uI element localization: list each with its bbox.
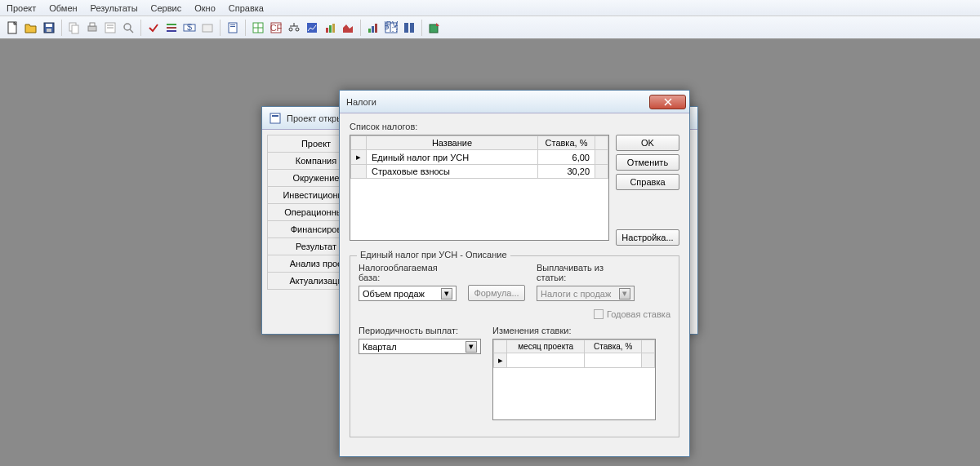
taxes-dialog-title: Налоги [346, 97, 649, 107]
close-icon [664, 98, 672, 106]
settings-button[interactable]: Настройка... [616, 229, 679, 246]
cf-icon[interactable]: CF [268, 20, 284, 36]
cell-name[interactable]: Страховые взносы [367, 165, 538, 179]
annual-rate-label: Годовая ставка [607, 309, 670, 319]
annual-rate-checkbox: Годовая ставка [594, 309, 670, 319]
balance-icon[interactable] [286, 20, 302, 36]
tax-list-label: Список налогов: [350, 122, 679, 131]
new-file-icon[interactable] [5, 20, 21, 36]
save-icon[interactable] [41, 20, 57, 36]
cell-rate[interactable]: 6,00 [538, 150, 595, 165]
tax-row[interactable]: ▸ Единый налог при УСН 6,00 [351, 150, 608, 165]
base-value: Объем продаж [363, 289, 425, 299]
taxes-dialog-titlebar[interactable]: Налоги [340, 91, 689, 113]
col-rate2[interactable]: Ставка, % [585, 340, 642, 353]
svg-rect-44 [270, 113, 280, 123]
tax-row[interactable]: Страховые взносы 30,20 [351, 165, 608, 179]
svg-rect-31 [307, 23, 317, 33]
export-icon[interactable] [426, 20, 443, 36]
row-marker-icon: ▸ [351, 150, 367, 165]
svg-rect-10 [107, 27, 114, 29]
data-icon[interactable] [401, 20, 417, 36]
list-icon[interactable] [163, 20, 180, 36]
svg-rect-3 [47, 29, 51, 32]
find-icon[interactable] [120, 20, 136, 36]
svg-point-29 [289, 28, 292, 31]
svg-rect-21 [230, 26, 235, 27]
row-marker-icon: ▸ [494, 353, 507, 368]
taxes-dialog: Налоги Список налогов: Название Ставка, … [339, 90, 690, 457]
chart-colored-icon[interactable] [322, 20, 338, 36]
svg-rect-34 [332, 24, 335, 33]
copy-icon[interactable] [66, 20, 82, 36]
ok-button[interactable]: OK [616, 135, 679, 151]
svg-text:PI:?: PI:? [385, 24, 398, 33]
svg-rect-5 [72, 25, 78, 33]
menu-window[interactable]: Окно [194, 3, 216, 13]
description-fieldset: Единый налог при УСН - Описание Налогооб… [350, 255, 679, 437]
svg-rect-41 [404, 23, 408, 33]
toolbar: $ CF NPV?PI:? [0, 16, 980, 39]
fieldset-legend: Единый налог при УСН - Описание [357, 250, 510, 260]
chart-area-icon[interactable] [340, 20, 356, 36]
svg-text:CF: CF [270, 23, 283, 33]
col-rate[interactable]: Ставка, % [538, 136, 595, 150]
tax-grid[interactable]: Название Ставка, % ▸ Единый налог при УС… [350, 135, 609, 241]
cell-name[interactable]: Единый налог при УСН [367, 150, 538, 165]
svg-rect-2 [46, 24, 52, 27]
npv-icon[interactable]: NPV?PI:? [383, 20, 399, 36]
svg-point-11 [124, 24, 131, 30]
help-button[interactable]: Справка [616, 174, 679, 190]
period-label: Периодичность выплат: [359, 326, 481, 335]
svg-rect-20 [230, 24, 235, 25]
changes-label: Изменения ставки: [492, 326, 656, 335]
period-value: Квартал [363, 342, 397, 352]
svg-text:$: $ [187, 22, 192, 32]
open-file-icon[interactable] [23, 20, 39, 36]
formula-button: Формула... [468, 285, 525, 301]
svg-line-12 [130, 29, 133, 33]
close-button[interactable] [649, 95, 686, 109]
currency-icon[interactable]: $ [181, 20, 198, 36]
doc-blue-icon[interactable] [225, 20, 241, 36]
svg-rect-35 [368, 29, 371, 33]
pay-from-value: Налоги с продаж [541, 289, 611, 299]
svg-rect-33 [329, 25, 332, 33]
menu-project[interactable]: Проект [7, 3, 36, 13]
svg-rect-42 [410, 23, 414, 33]
cancel-button[interactable]: Отменить [616, 154, 679, 171]
bars-icon[interactable] [365, 20, 381, 36]
checkbox-icon [594, 309, 604, 319]
dropdown-arrow-icon: ▾ [466, 341, 477, 353]
changes-grid[interactable]: месяц проекта Ставка, % ▸ [492, 339, 656, 420]
window-icon [269, 112, 282, 125]
svg-point-30 [296, 28, 299, 31]
svg-rect-32 [326, 28, 328, 33]
menu-help[interactable]: Справка [229, 3, 264, 13]
col-month[interactable]: месяц проекта [507, 340, 585, 353]
menu-results[interactable]: Результаты [91, 3, 138, 13]
svg-rect-13 [167, 24, 176, 25]
dropdown-arrow-icon: ▾ [441, 288, 452, 300]
cell-rate[interactable]: 30,20 [538, 165, 595, 179]
pay-from-select: Налоги с продаж ▾ [537, 286, 635, 301]
base-select[interactable]: Объем продаж ▾ [359, 286, 457, 301]
pay-from-label: Выплачивать из статьи: [537, 263, 635, 282]
period-select[interactable]: Квартал ▾ [359, 339, 481, 354]
check-icon[interactable] [145, 20, 162, 36]
menubar: Проект Обмен Результаты Сервис Окно Спра… [0, 0, 980, 16]
table-green-icon[interactable] [250, 20, 266, 36]
svg-rect-37 [375, 24, 377, 33]
print-icon[interactable] [84, 20, 100, 36]
dropdown-arrow-icon: ▾ [619, 288, 630, 300]
svg-rect-9 [107, 24, 114, 26]
chart-blue-icon[interactable] [304, 20, 320, 36]
menu-service[interactable]: Сервис [151, 3, 182, 13]
preview-icon[interactable] [102, 20, 118, 36]
changes-row[interactable]: ▸ [494, 353, 655, 368]
svg-rect-45 [272, 115, 278, 117]
svg-rect-18 [203, 24, 212, 32]
col-name[interactable]: Название [367, 136, 538, 150]
menu-exchange[interactable]: Обмен [49, 3, 77, 13]
folder-icon[interactable] [199, 20, 216, 36]
